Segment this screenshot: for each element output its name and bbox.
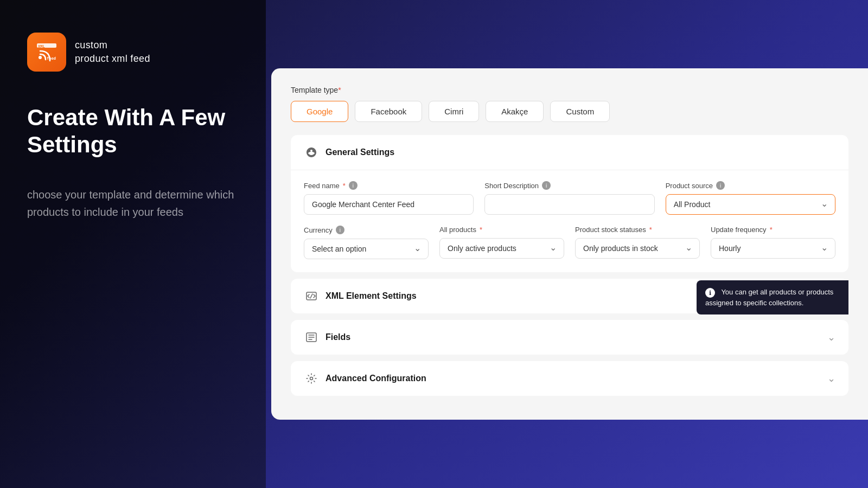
feed-name-input[interactable] bbox=[304, 194, 474, 215]
tab-custom[interactable]: Custom bbox=[550, 101, 610, 122]
logo-text: custom product xml feed bbox=[75, 38, 150, 66]
svg-point-2 bbox=[39, 56, 42, 59]
advanced-config-section: Advanced Configuration ⌄ bbox=[291, 361, 848, 396]
svg-text:feed: feed bbox=[47, 56, 56, 61]
advanced-config-icon bbox=[304, 371, 319, 386]
general-settings-title: General Settings bbox=[326, 147, 394, 157]
form-card: Template type* Google Facebook Cimri Aka… bbox=[271, 68, 868, 420]
feed-name-label: Feed name * i bbox=[304, 181, 474, 190]
fields-icon bbox=[304, 330, 319, 345]
short-description-label: Short Description i bbox=[484, 181, 654, 190]
product-source-label: Product source i bbox=[666, 181, 835, 190]
advanced-config-header[interactable]: Advanced Configuration ⌄ bbox=[291, 361, 848, 396]
svg-text:XML: XML bbox=[38, 44, 45, 49]
product-source-select-wrapper: All Product Specific Collections bbox=[666, 194, 835, 215]
tab-akakce[interactable]: Akakçe bbox=[486, 101, 544, 122]
product-source-select[interactable]: All Product Specific Collections bbox=[666, 194, 835, 215]
left-panel: XML feed custom product xml feed Create … bbox=[0, 0, 266, 488]
general-settings-section: General Settings You can get all product… bbox=[291, 135, 848, 272]
update-frequency-select[interactable]: Hourly Daily Weekly bbox=[711, 238, 835, 259]
svg-point-6 bbox=[310, 377, 313, 380]
feed-name-group: Feed name * i bbox=[304, 181, 474, 215]
currency-select[interactable]: Select an option bbox=[304, 239, 429, 259]
fields-chevron-icon: ⌄ bbox=[827, 331, 835, 343]
product-stock-select-wrapper: Only products in stock All products bbox=[575, 238, 700, 259]
all-products-select[interactable]: Only active products All products bbox=[439, 238, 564, 259]
product-source-info-icon[interactable]: i bbox=[716, 181, 725, 190]
app-logo-icon: XML feed bbox=[27, 33, 66, 72]
advanced-config-chevron-icon: ⌄ bbox=[827, 373, 835, 384]
product-stock-select[interactable]: Only products in stock All products bbox=[575, 238, 700, 259]
fields-section: Fields ⌄ bbox=[291, 320, 848, 355]
template-type-label: Template type* bbox=[291, 86, 848, 94]
all-products-select-wrapper: Only active products All products bbox=[439, 238, 564, 259]
fields-title: Fields bbox=[326, 332, 350, 342]
feed-name-info-icon[interactable]: i bbox=[349, 181, 358, 190]
update-frequency-group: Update frequency * Hourly Daily Weekly bbox=[711, 226, 835, 259]
xml-element-icon bbox=[304, 288, 319, 304]
hero-title: Create With A Few Settings bbox=[27, 104, 239, 159]
all-products-group: All products * Only active products All … bbox=[439, 226, 564, 259]
advanced-config-title: Advanced Configuration bbox=[326, 374, 426, 383]
fields-row-2: Currency i Select an option All products bbox=[304, 226, 835, 259]
fields-row-1: Feed name * i Short Description i bbox=[304, 181, 835, 215]
tab-facebook[interactable]: Facebook bbox=[355, 101, 422, 122]
right-panel: Template type* Google Facebook Cimri Aka… bbox=[266, 0, 868, 488]
product-stock-label: Product stock statuses * bbox=[575, 226, 700, 234]
fields-header[interactable]: Fields ⌄ bbox=[291, 320, 848, 355]
logo-area: XML feed custom product xml feed bbox=[27, 33, 239, 72]
short-description-group: Short Description i bbox=[484, 181, 654, 215]
general-settings-content: Feed name * i Short Description i bbox=[291, 170, 848, 272]
general-settings-header: General Settings bbox=[291, 135, 848, 170]
currency-select-wrapper: Select an option bbox=[304, 239, 429, 259]
currency-label: Currency i bbox=[304, 226, 429, 234]
template-tabs: Google Facebook Cimri Akakçe Custom bbox=[291, 101, 848, 122]
update-frequency-label: Update frequency * bbox=[711, 226, 835, 234]
short-description-info-icon[interactable]: i bbox=[542, 181, 551, 190]
hero-description: choose your template and determine which… bbox=[27, 186, 239, 221]
template-type-section: Template type* Google Facebook Cimri Aka… bbox=[291, 86, 848, 122]
product-source-group: Product source i All Product Specific Co… bbox=[666, 181, 835, 215]
short-description-input[interactable] bbox=[484, 194, 654, 215]
general-settings-icon bbox=[304, 145, 319, 160]
currency-group: Currency i Select an option bbox=[304, 226, 429, 259]
xml-element-settings-title: XML Element Settings bbox=[326, 291, 417, 301]
product-source-tooltip: You can get all products or products ass… bbox=[697, 280, 848, 314]
tab-google[interactable]: Google bbox=[291, 101, 348, 122]
update-frequency-select-wrapper: Hourly Daily Weekly bbox=[711, 238, 835, 259]
currency-info-icon[interactable]: i bbox=[336, 226, 344, 234]
product-stock-group: Product stock statuses * Only products i… bbox=[575, 226, 700, 259]
tab-cimri[interactable]: Cimri bbox=[429, 101, 479, 122]
all-products-label: All products * bbox=[439, 226, 564, 234]
